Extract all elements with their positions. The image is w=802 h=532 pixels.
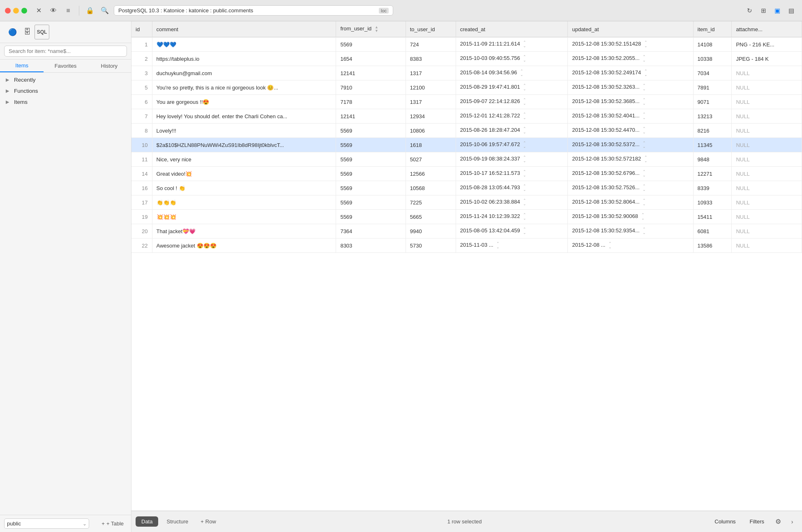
minimize-button[interactable] — [13, 8, 19, 14]
table-cell: 2015-08-05 13:42:04.459 ⌃⌄ — [456, 224, 568, 238]
sort-arrows-from-user-id: ▲▼ — [375, 25, 378, 33]
sort-icon: ⌃⌄ — [643, 199, 646, 206]
table-cell: NULL — [732, 224, 802, 238]
table-row[interactable]: 22Awesome jacket 😍😍😍830357302015-11-03 .… — [131, 238, 802, 253]
table-cell: 5569 — [336, 124, 406, 138]
sidebar-sql-icon[interactable]: SQL — [35, 25, 49, 39]
table-cell: 2015-12-08 ... ⌃⌄ — [568, 238, 693, 253]
table-row[interactable]: 2https://tableplus.io165483832015-10-03 … — [131, 52, 802, 66]
tab-items[interactable]: Items — [0, 60, 44, 72]
sidebar-item-items-label: Items — [14, 99, 28, 105]
table-cell: 10 — [131, 138, 152, 152]
table-row[interactable]: 3duchuykun@gmail.com1214113172015-08-14 … — [131, 66, 802, 80]
sidebar-item-items[interactable]: ▶ Items — [0, 96, 131, 108]
table-wrap[interactable]: id comment from_user_id ▲▼ to_user_id — [131, 21, 802, 511]
columns-button[interactable]: Columns — [709, 516, 741, 527]
table-cell: So cool ! 👏 — [152, 181, 336, 195]
table-cell: 2015-11-09 21:11:21.614 ⌃⌄ — [456, 37, 568, 52]
table-row[interactable]: 10$2a$10$HZLN88PNuWWi4ZuS91Ib8dR98Ijt0kb… — [131, 138, 802, 152]
table-cell: Nice, very nice — [152, 152, 336, 167]
data-tab-button[interactable]: Data — [136, 516, 158, 527]
schema-select[interactable]: public — [4, 518, 89, 529]
chevron-right-icon[interactable]: › — [786, 516, 798, 527]
address-bar[interactable]: PostgreSQL 10.3 : Katonice : katonice : … — [114, 5, 393, 16]
table-cell: 5569 — [336, 210, 406, 224]
close-button[interactable] — [5, 8, 11, 14]
table-cell: 2015-12-08 15:30:52.90068 ⌃⌄ — [568, 210, 693, 224]
table-cell: 9848 — [693, 152, 732, 167]
close-icon[interactable]: ✕ — [33, 5, 44, 16]
lock-icon[interactable]: 🔒 — [84, 5, 96, 16]
panel-icon[interactable]: ▤ — [786, 5, 797, 16]
add-row-label: Row — [205, 518, 216, 525]
table-row[interactable]: 5You're so pretty, this is a nice ni gor… — [131, 80, 802, 95]
table-cell: 👏👏👏 — [152, 195, 336, 210]
table-cell: 7891 — [693, 80, 732, 95]
sidebar-item-recently[interactable]: ▶ Recently — [0, 74, 131, 85]
sort-icon: ⌃⌄ — [643, 98, 646, 105]
add-table-button[interactable]: + + Table — [98, 519, 127, 528]
table-cell: NULL — [732, 195, 802, 210]
filters-button[interactable]: Filters — [744, 516, 770, 527]
sidebar-tree: ▶ Recently ▶ Functions ▶ Items — [0, 73, 131, 515]
sort-icon: ⌃⌄ — [523, 170, 526, 177]
table-row[interactable]: 14Great video!💥5569125662015-10-17 16:52… — [131, 167, 802, 181]
add-row-button[interactable]: + Row — [196, 516, 220, 527]
table-row[interactable]: 17👏👏👏556972252015-10-02 06:23:38.884 ⌃⌄2… — [131, 195, 802, 210]
sidebar-db-icon[interactable]: 🔵 — [5, 25, 20, 39]
layout-icon[interactable]: ▣ — [772, 5, 783, 16]
table-cell: 8303 — [336, 238, 406, 253]
table-cell: 724 — [406, 37, 456, 52]
table-cell: 10338 — [693, 52, 732, 66]
table-row[interactable]: 20That jacket💝💗736499402015-08-05 13:42:… — [131, 224, 802, 238]
table-row[interactable]: 16So cool ! 👏5569105682015-08-28 13:05:4… — [131, 181, 802, 195]
table-row[interactable]: 6You are gorgeous !!😍717813172015-09-07 … — [131, 95, 802, 109]
eye-icon[interactable]: 👁 — [48, 5, 59, 16]
tab-favorites[interactable]: Favorites — [44, 60, 87, 72]
sort-icon: ⌃⌄ — [520, 69, 523, 77]
table-cell: 14 — [131, 167, 152, 181]
table-cell: 2015-12-08 15:30:52.6796... ⌃⌄ — [568, 167, 693, 181]
table-row[interactable]: 11Nice, very nice556950272015-09-19 08:3… — [131, 152, 802, 167]
sort-icon: ⌃⌄ — [608, 242, 612, 249]
list-icon[interactable]: ≡ — [62, 5, 74, 16]
maximize-button[interactable] — [21, 8, 27, 14]
sort-icon: ⌃⌄ — [643, 84, 646, 91]
sort-icon: ⌃⌄ — [641, 213, 645, 220]
table-cell: 2015-12-01 12:41:28.722 ⌃⌄ — [456, 109, 568, 124]
table-row[interactable]: 8Lovely!!!5569108062015-08-26 18:28:47.2… — [131, 124, 802, 138]
bottombar: Data Structure + Row 1 row selected Colu… — [131, 511, 802, 532]
tab-history[interactable]: History — [88, 60, 131, 72]
table-cell: 7910 — [336, 80, 406, 95]
table-cell: 11345 — [693, 138, 732, 152]
table-row[interactable]: 7Hey lovely! You should def. enter the C… — [131, 109, 802, 124]
table-cell: 22 — [131, 238, 152, 253]
sort-icon: ⌃⌄ — [644, 156, 648, 163]
table-row[interactable]: 1💙💙💙55697242015-11-09 21:11:21.614 ⌃⌄201… — [131, 37, 802, 52]
table-cell: PNG - 216 KE... — [732, 37, 802, 52]
search-input[interactable] — [4, 46, 127, 57]
table-cell: 5730 — [406, 238, 456, 253]
table-cell: 1317 — [406, 66, 456, 80]
sidebar-item-functions[interactable]: ▶ Functions — [0, 85, 131, 96]
plus-icon: + — [101, 521, 105, 527]
table-cell: Hey lovely! You should def. enter the Ch… — [152, 109, 336, 124]
grid-icon[interactable]: ⊞ — [758, 5, 769, 16]
address-text: PostgreSQL 10.3 : Katonice : katonice : … — [118, 7, 376, 14]
refresh-icon[interactable]: ↻ — [744, 5, 755, 16]
table-cell: NULL — [732, 167, 802, 181]
sort-icon: ⌃⌄ — [523, 213, 526, 220]
structure-tab-button[interactable]: Structure — [161, 516, 194, 527]
table-cell: 13586 — [693, 238, 732, 253]
search-icon[interactable]: 🔍 — [99, 5, 111, 16]
sidebar-item-functions-label: Functions — [14, 88, 38, 94]
gear-icon[interactable]: ⚙ — [772, 516, 784, 527]
sidebar-item-recently-label: Recently — [14, 77, 36, 83]
sort-icon: ⌃⌄ — [523, 199, 526, 206]
table-cell: 2015-08-28 13:05:44.793 ⌃⌄ — [456, 181, 568, 195]
table-cell: You are gorgeous !!😍 — [152, 95, 336, 109]
sidebar-table-icon[interactable]: 🗄 — [20, 25, 35, 39]
table-cell: 8 — [131, 124, 152, 138]
table-row[interactable]: 19💥💥💥556956652015-11-24 10:12:39.322 ⌃⌄2… — [131, 210, 802, 224]
table-cell: 7034 — [693, 66, 732, 80]
